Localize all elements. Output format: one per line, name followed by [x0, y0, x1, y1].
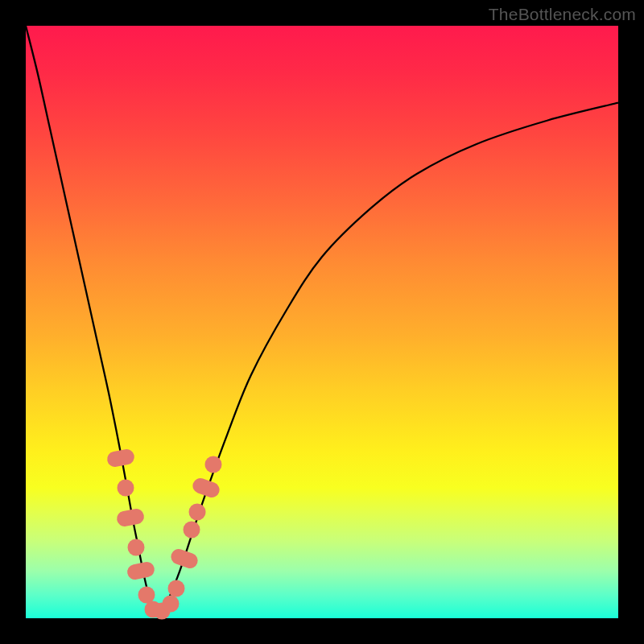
marker-trough [162, 596, 179, 613]
chart-container: TheBottleneck.com [0, 0, 644, 644]
bottleneck-curve [26, 26, 618, 613]
marker-right_branch [184, 521, 200, 538]
curve-svg [26, 26, 618, 618]
marker-right_branch [204, 456, 221, 473]
plot-area [26, 26, 618, 618]
marker-right_branch [167, 580, 184, 597]
watermark-text: TheBottleneck.com [489, 5, 636, 24]
marker-right_branch [189, 503, 206, 520]
marker-left_branch [117, 480, 134, 497]
marker-left_branch [127, 539, 144, 555]
